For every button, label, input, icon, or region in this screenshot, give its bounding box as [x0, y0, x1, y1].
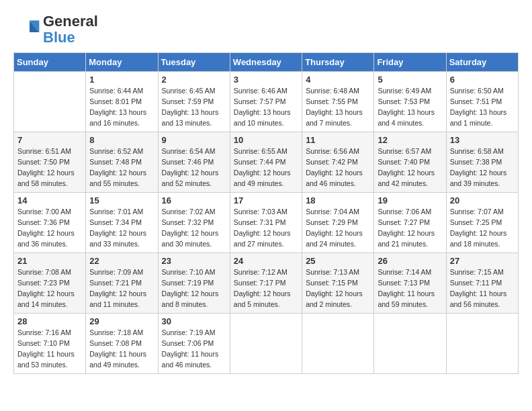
calendar-cell [14, 72, 86, 132]
day-info: Sunrise: 6:52 AMSunset: 7:48 PMDaylight:… [89, 146, 154, 189]
day-info-line: and 36 minutes. [17, 239, 82, 250]
day-info: Sunrise: 7:18 AMSunset: 7:08 PMDaylight:… [89, 328, 154, 370]
day-info-line: Sunset: 7:38 PM [450, 157, 515, 168]
day-info-line: Daylight: 12 hours [234, 168, 298, 179]
day-number: 24 [234, 256, 298, 266]
day-info: Sunrise: 6:49 AMSunset: 7:53 PMDaylight:… [378, 86, 442, 128]
day-number: 20 [450, 195, 515, 205]
day-info-line: and 55 minutes. [89, 179, 154, 189]
calendar-cell: 30Sunrise: 7:19 AMSunset: 7:06 PMDayligh… [158, 314, 230, 374]
calendar-cell: 3Sunrise: 6:46 AMSunset: 7:57 PMDaylight… [230, 72, 302, 132]
calendar-cell: 21Sunrise: 7:08 AMSunset: 7:23 PMDayligh… [14, 253, 86, 314]
day-number: 21 [17, 256, 82, 266]
day-info-line: and 42 minutes. [378, 179, 442, 189]
day-info-line: and 56 minutes. [450, 300, 515, 310]
day-info-line: Sunrise: 6:49 AM [378, 86, 442, 97]
day-info-line: Sunset: 7:46 PM [162, 157, 226, 168]
day-info-line: Sunrise: 6:48 AM [306, 86, 370, 97]
day-info-line: Sunset: 7:13 PM [378, 278, 442, 289]
calendar-cell: 2Sunrise: 6:45 AMSunset: 7:59 PMDaylight… [158, 72, 230, 132]
calendar-cell: 11Sunrise: 6:56 AMSunset: 7:42 PMDayligh… [302, 132, 374, 193]
day-info-line: and 33 minutes. [89, 239, 154, 250]
calendar-cell [230, 314, 302, 374]
day-info-line: Sunrise: 6:55 AM [234, 146, 298, 157]
calendar-cell: 26Sunrise: 7:14 AMSunset: 7:13 PMDayligh… [374, 253, 446, 314]
day-info-line: Sunrise: 7:16 AM [17, 328, 82, 338]
col-header-tuesday: Tuesday [158, 53, 230, 72]
day-info-line: Sunset: 7:08 PM [89, 338, 154, 349]
day-info-line: Sunset: 7:40 PM [378, 157, 442, 168]
day-info-line: Sunrise: 7:12 AM [234, 267, 298, 278]
day-info-line: Sunrise: 6:51 AM [17, 146, 82, 157]
calendar-week-row: 14Sunrise: 7:00 AMSunset: 7:36 PMDayligh… [14, 193, 519, 253]
day-info: Sunrise: 7:16 AMSunset: 7:10 PMDaylight:… [17, 328, 82, 370]
day-number: 28 [17, 316, 82, 326]
day-info-line: Sunset: 7:06 PM [162, 338, 226, 349]
day-info-line: Daylight: 12 hours [306, 289, 370, 300]
day-info-line: Sunrise: 6:56 AM [306, 146, 370, 157]
col-header-monday: Monday [86, 53, 158, 72]
day-info-line: Daylight: 12 hours [162, 289, 226, 300]
calendar-cell [374, 314, 446, 374]
day-info: Sunrise: 7:15 AMSunset: 7:11 PMDaylight:… [450, 267, 515, 310]
day-info-line: Sunset: 7:32 PM [162, 218, 226, 228]
day-number: 4 [306, 75, 370, 85]
day-info: Sunrise: 6:50 AMSunset: 7:51 PMDaylight:… [450, 86, 515, 128]
day-info: Sunrise: 6:46 AMSunset: 7:57 PMDaylight:… [234, 86, 298, 128]
day-info-line: and 30 minutes. [162, 239, 226, 250]
day-number: 3 [234, 75, 298, 85]
day-info: Sunrise: 7:02 AMSunset: 7:32 PMDaylight:… [162, 207, 226, 249]
day-info-line: Daylight: 12 hours [17, 228, 82, 239]
day-info-line: Sunset: 7:59 PM [162, 97, 226, 107]
day-number: 16 [162, 195, 226, 205]
calendar-table: SundayMondayTuesdayWednesdayThursdayFrid… [13, 52, 519, 374]
day-info-line: Sunset: 7:34 PM [89, 218, 154, 228]
calendar-cell: 9Sunrise: 6:54 AMSunset: 7:46 PMDaylight… [158, 132, 230, 193]
day-info-line: and 16 minutes. [89, 118, 154, 129]
calendar-header-row: SundayMondayTuesdayWednesdayThursdayFrid… [14, 53, 519, 72]
day-info-line: Sunrise: 7:09 AM [89, 267, 154, 278]
day-info-line: Sunrise: 6:45 AM [162, 86, 226, 97]
day-info-line: Sunset: 7:36 PM [17, 218, 82, 228]
logo-icon [13, 16, 40, 43]
calendar-cell: 19Sunrise: 7:06 AMSunset: 7:27 PMDayligh… [374, 193, 446, 253]
day-info-line: and 7 minutes. [306, 118, 370, 129]
day-info-line: Daylight: 13 hours [306, 107, 370, 118]
day-info-line: Daylight: 12 hours [306, 228, 370, 239]
day-info-line: and 14 minutes. [17, 300, 82, 310]
day-info-line: Sunset: 7:44 PM [234, 157, 298, 168]
day-info-line: Sunrise: 7:06 AM [378, 207, 442, 218]
day-number: 10 [234, 135, 298, 145]
col-header-saturday: Saturday [446, 53, 518, 72]
day-info-line: Daylight: 13 hours [378, 107, 442, 118]
day-info: Sunrise: 6:57 AMSunset: 7:40 PMDaylight:… [378, 146, 442, 189]
day-info-line: and 59 minutes. [378, 300, 442, 310]
calendar-cell: 1Sunrise: 6:44 AMSunset: 8:01 PMDaylight… [86, 72, 158, 132]
day-info-line: Sunset: 7:23 PM [17, 278, 82, 289]
day-info-line: and 18 minutes. [450, 239, 515, 250]
day-info-line: Sunset: 7:21 PM [89, 278, 154, 289]
day-info-line: Sunrise: 7:08 AM [17, 267, 82, 278]
day-info-line: Sunset: 7:27 PM [378, 218, 442, 228]
day-info: Sunrise: 7:06 AMSunset: 7:27 PMDaylight:… [378, 207, 442, 249]
day-info-line: and 58 minutes. [17, 179, 82, 189]
col-header-thursday: Thursday [302, 53, 374, 72]
day-info: Sunrise: 7:07 AMSunset: 7:25 PMDaylight:… [450, 207, 515, 249]
day-info-line: Sunrise: 6:44 AM [89, 86, 154, 97]
calendar-week-row: 21Sunrise: 7:08 AMSunset: 7:23 PMDayligh… [14, 253, 519, 314]
day-info-line: Daylight: 13 hours [234, 107, 298, 118]
day-info-line: Daylight: 11 hours [89, 349, 154, 360]
calendar-cell: 10Sunrise: 6:55 AMSunset: 7:44 PMDayligh… [230, 132, 302, 193]
day-number: 12 [378, 135, 442, 145]
day-info-line: Daylight: 13 hours [89, 107, 154, 118]
day-info-line: Daylight: 12 hours [378, 228, 442, 239]
day-info-line: Daylight: 12 hours [17, 289, 82, 300]
calendar-cell: 5Sunrise: 6:49 AMSunset: 7:53 PMDaylight… [374, 72, 446, 132]
day-info: Sunrise: 6:55 AMSunset: 7:44 PMDaylight:… [234, 146, 298, 189]
day-info-line: and 24 minutes. [306, 239, 370, 250]
page-header: General Blue [13, 13, 519, 46]
day-number: 15 [89, 195, 154, 205]
day-info-line: and 46 minutes. [162, 360, 226, 371]
day-info-line: Daylight: 13 hours [162, 107, 226, 118]
day-number: 18 [306, 195, 370, 205]
